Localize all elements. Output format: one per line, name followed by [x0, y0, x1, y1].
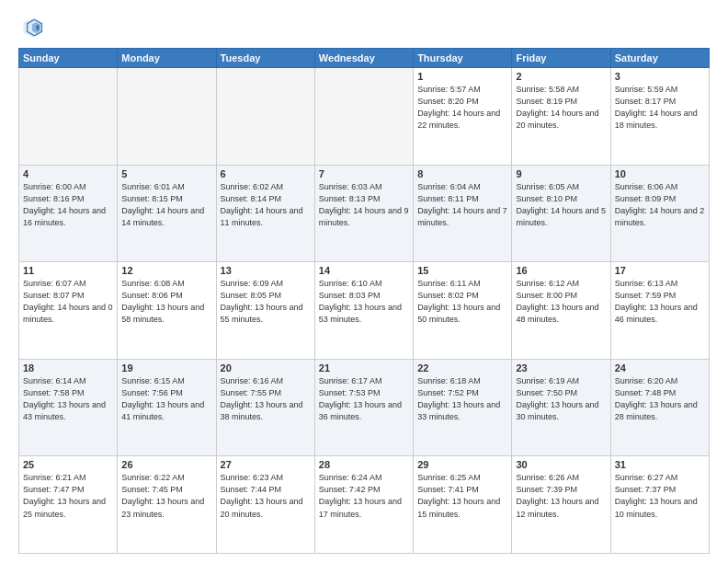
day-number: 12 — [121, 265, 211, 276]
day-info: Sunrise: 5:59 AM Sunset: 8:17 PM Dayligh… — [615, 84, 705, 132]
calendar-cell: 26Sunrise: 6:22 AM Sunset: 7:45 PM Dayli… — [118, 456, 216, 554]
calendar-cell: 19Sunrise: 6:15 AM Sunset: 7:56 PM Dayli… — [118, 359, 216, 456]
calendar-header-row: SundayMondayTuesdayWednesdayThursdayFrid… — [19, 49, 710, 68]
calendar-cell: 20Sunrise: 6:16 AM Sunset: 7:55 PM Dayli… — [216, 359, 314, 456]
day-info: Sunrise: 6:03 AM Sunset: 8:13 PM Dayligh… — [319, 181, 409, 229]
day-number: 18 — [23, 362, 113, 373]
calendar-cell: 24Sunrise: 6:20 AM Sunset: 7:48 PM Dayli… — [610, 359, 709, 456]
calendar-cell: 9Sunrise: 6:05 AM Sunset: 8:10 PM Daylig… — [512, 165, 610, 262]
calendar-week-1: 4Sunrise: 6:00 AM Sunset: 8:16 PM Daylig… — [19, 165, 710, 262]
day-number: 28 — [319, 459, 409, 470]
calendar: SundayMondayTuesdayWednesdayThursdayFrid… — [18, 48, 710, 554]
day-number: 10 — [615, 168, 705, 179]
day-number: 21 — [319, 362, 409, 373]
day-info: Sunrise: 6:07 AM Sunset: 8:07 PM Dayligh… — [23, 278, 113, 326]
day-info: Sunrise: 6:01 AM Sunset: 8:15 PM Dayligh… — [121, 181, 211, 229]
calendar-cell: 13Sunrise: 6:09 AM Sunset: 8:05 PM Dayli… — [216, 262, 314, 360]
day-number: 20 — [221, 362, 311, 373]
day-number: 31 — [615, 459, 705, 470]
day-info: Sunrise: 6:10 AM Sunset: 8:03 PM Dayligh… — [319, 278, 409, 326]
day-info: Sunrise: 6:18 AM Sunset: 7:52 PM Dayligh… — [417, 375, 507, 423]
calendar-cell: 31Sunrise: 6:27 AM Sunset: 7:37 PM Dayli… — [610, 456, 709, 554]
day-header-thursday: Thursday — [414, 49, 512, 68]
day-number: 3 — [615, 71, 705, 82]
calendar-cell: 5Sunrise: 6:01 AM Sunset: 8:15 PM Daylig… — [118, 165, 216, 262]
day-number: 30 — [516, 459, 606, 470]
calendar-cell: 28Sunrise: 6:24 AM Sunset: 7:42 PM Dayli… — [314, 456, 413, 554]
calendar-week-0: 1Sunrise: 5:57 AM Sunset: 8:20 PM Daylig… — [19, 68, 710, 166]
day-number: 22 — [417, 362, 507, 373]
day-info: Sunrise: 6:12 AM Sunset: 8:00 PM Dayligh… — [516, 278, 606, 326]
day-number: 7 — [319, 168, 409, 179]
calendar-cell: 21Sunrise: 6:17 AM Sunset: 7:53 PM Dayli… — [314, 359, 413, 456]
day-info: Sunrise: 6:08 AM Sunset: 8:06 PM Dayligh… — [121, 278, 211, 326]
day-header-monday: Monday — [118, 49, 216, 68]
calendar-cell: 3Sunrise: 5:59 AM Sunset: 8:17 PM Daylig… — [610, 68, 709, 166]
calendar-cell: 1Sunrise: 5:57 AM Sunset: 8:20 PM Daylig… — [414, 68, 512, 166]
day-info: Sunrise: 6:15 AM Sunset: 7:56 PM Dayligh… — [121, 375, 211, 423]
calendar-cell: 17Sunrise: 6:13 AM Sunset: 7:59 PM Dayli… — [610, 262, 709, 360]
day-info: Sunrise: 6:25 AM Sunset: 7:41 PM Dayligh… — [417, 472, 507, 520]
day-info: Sunrise: 6:20 AM Sunset: 7:48 PM Dayligh… — [615, 375, 705, 423]
day-info: Sunrise: 5:58 AM Sunset: 8:19 PM Dayligh… — [516, 84, 606, 132]
calendar-week-3: 18Sunrise: 6:14 AM Sunset: 7:58 PM Dayli… — [19, 359, 710, 456]
calendar-cell: 25Sunrise: 6:21 AM Sunset: 7:47 PM Dayli… — [19, 456, 118, 554]
calendar-cell: 23Sunrise: 6:19 AM Sunset: 7:50 PM Dayli… — [512, 359, 610, 456]
day-info: Sunrise: 6:23 AM Sunset: 7:44 PM Dayligh… — [221, 472, 311, 520]
day-number: 15 — [417, 265, 507, 276]
day-info: Sunrise: 6:02 AM Sunset: 8:14 PM Dayligh… — [221, 181, 311, 229]
day-info: Sunrise: 6:14 AM Sunset: 7:58 PM Dayligh… — [23, 375, 113, 423]
logo-icon — [18, 15, 44, 40]
calendar-cell: 27Sunrise: 6:23 AM Sunset: 7:44 PM Dayli… — [216, 456, 314, 554]
day-info: Sunrise: 5:57 AM Sunset: 8:20 PM Dayligh… — [417, 84, 507, 132]
day-info: Sunrise: 6:06 AM Sunset: 8:09 PM Dayligh… — [615, 181, 705, 229]
day-number: 4 — [23, 168, 113, 179]
day-header-sunday: Sunday — [19, 49, 118, 68]
day-number: 2 — [516, 71, 606, 82]
day-info: Sunrise: 6:26 AM Sunset: 7:39 PM Dayligh… — [516, 472, 606, 520]
day-number: 1 — [417, 71, 507, 82]
calendar-cell: 22Sunrise: 6:18 AM Sunset: 7:52 PM Dayli… — [414, 359, 512, 456]
calendar-cell: 2Sunrise: 5:58 AM Sunset: 8:19 PM Daylig… — [512, 68, 610, 166]
page: SundayMondayTuesdayWednesdayThursdayFrid… — [0, 0, 728, 563]
day-number: 19 — [121, 362, 211, 373]
day-info: Sunrise: 6:24 AM Sunset: 7:42 PM Dayligh… — [319, 472, 409, 520]
calendar-week-2: 11Sunrise: 6:07 AM Sunset: 8:07 PM Dayli… — [19, 262, 710, 360]
day-info: Sunrise: 6:22 AM Sunset: 7:45 PM Dayligh… — [121, 472, 211, 520]
calendar-cell: 18Sunrise: 6:14 AM Sunset: 7:58 PM Dayli… — [19, 359, 118, 456]
day-number: 13 — [221, 265, 311, 276]
day-number: 11 — [23, 265, 113, 276]
day-info: Sunrise: 6:04 AM Sunset: 8:11 PM Dayligh… — [417, 181, 507, 229]
day-info: Sunrise: 6:17 AM Sunset: 7:53 PM Dayligh… — [319, 375, 409, 423]
day-info: Sunrise: 6:09 AM Sunset: 8:05 PM Dayligh… — [221, 278, 311, 326]
calendar-cell: 11Sunrise: 6:07 AM Sunset: 8:07 PM Dayli… — [19, 262, 118, 360]
day-number: 24 — [615, 362, 705, 373]
day-number: 29 — [417, 459, 507, 470]
calendar-cell: 16Sunrise: 6:12 AM Sunset: 8:00 PM Dayli… — [512, 262, 610, 360]
header — [18, 15, 710, 40]
calendar-cell — [314, 68, 413, 166]
day-info: Sunrise: 6:19 AM Sunset: 7:50 PM Dayligh… — [516, 375, 606, 423]
calendar-cell: 29Sunrise: 6:25 AM Sunset: 7:41 PM Dayli… — [414, 456, 512, 554]
calendar-cell: 15Sunrise: 6:11 AM Sunset: 8:02 PM Dayli… — [414, 262, 512, 360]
day-info: Sunrise: 6:05 AM Sunset: 8:10 PM Dayligh… — [516, 181, 606, 229]
calendar-cell — [118, 68, 216, 166]
day-header-wednesday: Wednesday — [314, 49, 413, 68]
day-header-friday: Friday — [512, 49, 610, 68]
day-header-tuesday: Tuesday — [216, 49, 314, 68]
day-header-saturday: Saturday — [610, 49, 709, 68]
logo — [18, 15, 48, 40]
calendar-cell: 30Sunrise: 6:26 AM Sunset: 7:39 PM Dayli… — [512, 456, 610, 554]
day-number: 25 — [23, 459, 113, 470]
calendar-cell: 7Sunrise: 6:03 AM Sunset: 8:13 PM Daylig… — [314, 165, 413, 262]
calendar-week-4: 25Sunrise: 6:21 AM Sunset: 7:47 PM Dayli… — [19, 456, 710, 554]
calendar-cell — [19, 68, 118, 166]
calendar-cell: 10Sunrise: 6:06 AM Sunset: 8:09 PM Dayli… — [610, 165, 709, 262]
calendar-cell: 14Sunrise: 6:10 AM Sunset: 8:03 PM Dayli… — [314, 262, 413, 360]
day-number: 5 — [121, 168, 211, 179]
day-number: 14 — [319, 265, 409, 276]
calendar-cell: 12Sunrise: 6:08 AM Sunset: 8:06 PM Dayli… — [118, 262, 216, 360]
day-info: Sunrise: 6:00 AM Sunset: 8:16 PM Dayligh… — [23, 181, 113, 229]
day-info: Sunrise: 6:16 AM Sunset: 7:55 PM Dayligh… — [221, 375, 311, 423]
day-number: 26 — [121, 459, 211, 470]
